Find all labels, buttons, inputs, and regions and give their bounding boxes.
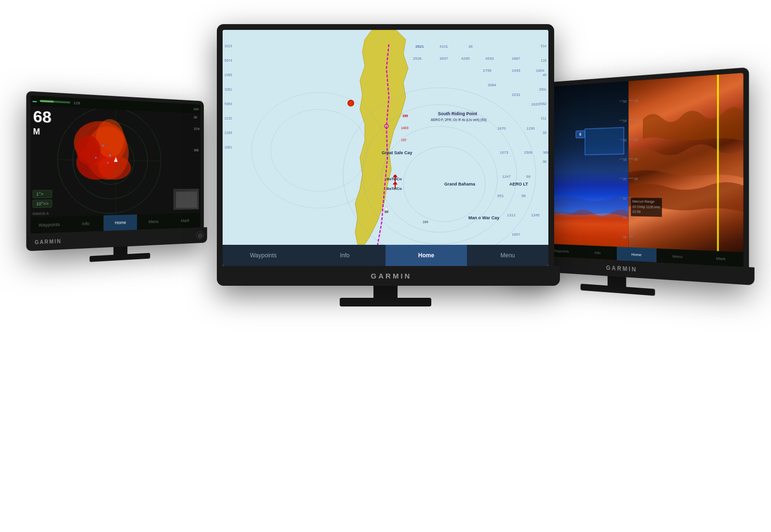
label-grand-bahama: Grand Bahama (444, 182, 475, 186)
depth-3084: 3084 (488, 83, 496, 87)
label-batelco-1: BaTelCo (386, 177, 402, 181)
map-svg (223, 30, 548, 266)
radar-nav-info[interactable]: Info (68, 215, 104, 232)
right-scale-10: 10 (634, 99, 638, 103)
sonar-scale-24: 24 (623, 216, 627, 219)
label-man-o-war: Man o War Cay (468, 215, 499, 220)
depth-2887: 2887 (512, 56, 520, 61)
left-garmin-logo: GARMIN (35, 238, 62, 245)
label-great-sale-cay: Great Sale Cay (382, 150, 412, 155)
radar-grid-svg (30, 95, 200, 234)
map-nav-home[interactable]: Home (386, 245, 467, 266)
grid-r-2001: 2001 (539, 88, 546, 91)
svg-line-39 (628, 100, 633, 101)
right-garmin-logo: GARMIN (606, 265, 638, 273)
depth-3937: 3937 (439, 56, 448, 61)
grid-r-49: 49 (543, 73, 546, 77)
grid-1001: 1001 (225, 146, 232, 149)
depth-3637: 36 (468, 44, 473, 49)
left-monitor: 68 M ▬ 129 189 (26, 91, 203, 266)
right-scale-50: 50 (634, 177, 638, 181)
radar-thumbnail (173, 189, 199, 210)
grid-2165: 2165 (225, 131, 232, 134)
depth-968: 968 (543, 150, 548, 155)
label-aero: AERO F, 2FR, Oc R 4s (Lts vert) (53) (430, 118, 488, 122)
depth-2526: 2526 (413, 56, 422, 61)
grid-r-2362: 2362 (539, 102, 546, 106)
center-stand-neck (373, 286, 398, 298)
sonar-scale-22: 22 (623, 197, 627, 200)
center-stand-base (340, 298, 431, 306)
radar-btn-1[interactable]: 1°> (33, 190, 53, 198)
label-aero-lt: AERO LT (509, 182, 528, 186)
right-scale-40: 40 (634, 158, 638, 161)
radar-nav-mark[interactable]: Mark (170, 213, 200, 229)
sonar-scale-20: 20 (623, 177, 627, 181)
radar-depth-value: 68 (33, 108, 52, 125)
power-button[interactable]: ⏻ (196, 231, 204, 239)
svg-rect-37 (585, 127, 624, 155)
depth-1804: 1804 (536, 68, 545, 73)
depth-4101: 4101 (439, 44, 448, 49)
radar-controls: 1°> 10°>> (33, 190, 53, 208)
sonar-scale-26: 26 (623, 235, 627, 239)
right-stand-neck (608, 276, 626, 287)
depth-98: 98 (521, 194, 526, 198)
sonar-nav-home[interactable]: Home (617, 247, 657, 262)
depth-1509: 1509 (524, 150, 532, 155)
depth-4593: 4593 (485, 56, 494, 61)
map-nav-info[interactable]: Info (304, 245, 386, 266)
svg-point-18 (271, 109, 367, 191)
left-stand-neck (113, 246, 127, 254)
map-nav-bar: Waypoints Info Home Menu (223, 245, 548, 266)
depth-1345: 1345 (531, 213, 540, 217)
radar-nav-menu[interactable]: Menu (137, 213, 170, 229)
grid-5363: 5363 (225, 102, 232, 106)
depth-2821: 2821 (415, 44, 424, 49)
sonar-time-label: 22:50 (632, 210, 660, 215)
sonar-scale-10: 10 (623, 100, 627, 103)
map-nav-waypoints[interactable]: Waypoints (223, 245, 304, 266)
grid-3281: 3281 (225, 88, 232, 91)
radar-btn-2[interactable]: 10°>> (33, 200, 53, 208)
sonar-range2-label: Marcuri Range (632, 199, 660, 204)
radar-nav-home[interactable]: Home (103, 214, 137, 231)
depth-951: 951 (497, 194, 504, 198)
waypoint-num-4: 164 (423, 220, 428, 224)
depth-1673: 1673 (500, 150, 508, 155)
depth-2231: 2231 (512, 93, 520, 97)
grid-r-311: 311 (541, 117, 546, 120)
depth-1247: 1247 (502, 174, 511, 179)
sonar-scale-14: 14 (623, 119, 627, 122)
radar-display: 68 M ▬ 129 189 (30, 95, 200, 234)
grid-r-514: 514 (541, 44, 546, 48)
grid-2395: 2395 (225, 73, 232, 77)
center-garmin-logo: GARMIN (371, 272, 412, 280)
sonar-pause-btn[interactable]: ⏸ (576, 131, 585, 138)
waypoint-num-1: 395 (402, 114, 408, 118)
radar-nav-waypoints[interactable]: Waypoints (30, 216, 67, 234)
sonar-scale-16: 16 (623, 138, 627, 142)
map-nav-menu[interactable]: Menu (467, 245, 548, 266)
depth-1637: 1637 (531, 102, 540, 106)
map-display: 2821 4101 36 2526 3937 4265 4593 2887 27… (223, 30, 548, 266)
grid-r-98: 98 (543, 160, 546, 163)
depth-2493: 2493 (512, 68, 520, 73)
label-south-riding-point: South Riding Point (437, 111, 478, 117)
sonar-scale-18: 18 (623, 158, 627, 161)
depth-1607: 1607 (512, 232, 520, 237)
svg-marker-22 (385, 206, 388, 211)
center-monitor: 2821 4101 36 2526 3937 4265 4593 2887 27… (217, 24, 554, 306)
sonar-right-info: Marcuri Range 20 Chirp 1120 kHz 22:50 (631, 198, 662, 216)
depth-4265: 4265 (461, 56, 470, 61)
right-scale-30: 30 (634, 138, 638, 142)
sonar-nav-info[interactable]: Info (579, 245, 617, 260)
radar-depth-unit: M (33, 127, 40, 136)
grid-r-33: 33 (543, 131, 546, 134)
sonar-nav-mark[interactable]: Mark (699, 250, 744, 266)
sonar-right-svg (628, 73, 743, 267)
radar-scale: 30 21% 396 (194, 116, 199, 152)
depth-1870: 1870 (497, 126, 506, 131)
sonar-nav-menu[interactable]: Menu (657, 249, 699, 265)
grid-2132: 2132 (225, 117, 232, 120)
